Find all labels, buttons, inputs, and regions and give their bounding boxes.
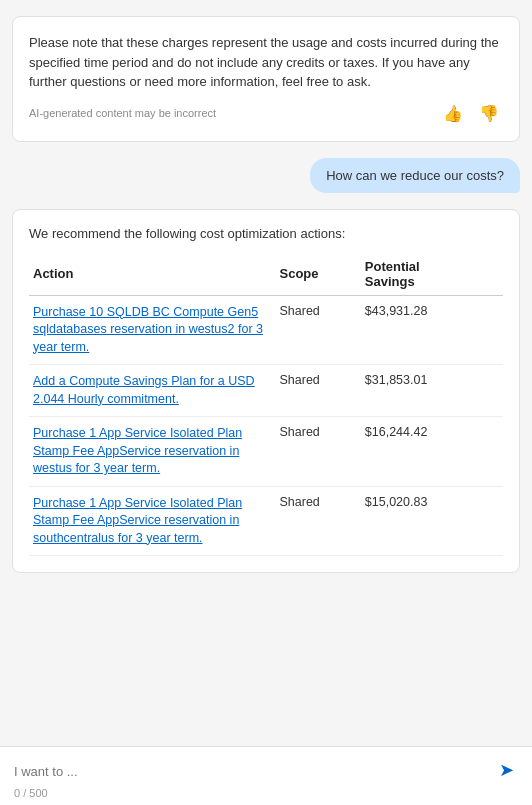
ai-message-2: We recommend the following cost optimiza… [12,209,520,574]
user-message-text: How can we reduce our costs? [326,168,504,183]
send-button[interactable]: ➤ [495,757,518,783]
table-row: Add a Compute Savings Plan for a USD 2.0… [29,365,503,417]
char-count: 0 / 500 [14,783,518,799]
col-header-savings: PotentialSavings [361,253,503,296]
action-link-2[interactable]: Purchase 1 App Service Isolated Plan Sta… [33,425,271,478]
table-cell-scope-0: Shared [275,295,360,365]
table-cell-savings-1: $31,853.01 [361,365,503,417]
col-header-action: Action [29,253,275,296]
table-row: Purchase 1 App Service Isolated Plan Sta… [29,417,503,487]
col-header-scope: Scope [275,253,360,296]
send-icon: ➤ [499,760,514,780]
ai-disclaimer: AI-generated content may be incorrect [29,105,216,122]
table-cell-action-2: Purchase 1 App Service Isolated Plan Sta… [29,417,275,487]
table-row: Purchase 1 App Service Isolated Plan Sta… [29,486,503,556]
input-area: ➤ 0 / 500 [0,746,532,805]
thumbs-down-button[interactable]: 👎 [475,102,503,125]
action-link-0[interactable]: Purchase 10 SQLDB BC Compute Gen5 sqldat… [33,304,271,357]
ai-message-1: Please note that these charges represent… [12,16,520,142]
table-intro-text: We recommend the following cost optimiza… [29,226,503,241]
table-cell-savings-3: $15,020.83 [361,486,503,556]
table-cell-action-1: Add a Compute Savings Plan for a USD 2.0… [29,365,275,417]
chat-container: Please note that these charges represent… [0,0,532,746]
feedback-icons: 👍 👎 [439,102,503,125]
table-cell-scope-2: Shared [275,417,360,487]
action-link-3[interactable]: Purchase 1 App Service Isolated Plan Sta… [33,495,271,548]
action-link-1[interactable]: Add a Compute Savings Plan for a USD 2.0… [33,373,271,408]
table-cell-scope-3: Shared [275,486,360,556]
table-row: Purchase 10 SQLDB BC Compute Gen5 sqldat… [29,295,503,365]
thumbs-down-icon: 👎 [479,105,499,122]
table-cell-scope-1: Shared [275,365,360,417]
col-header-savings-text: PotentialSavings [365,259,420,289]
input-row: ➤ [14,757,518,783]
table-cell-action-0: Purchase 10 SQLDB BC Compute Gen5 sqldat… [29,295,275,365]
table-cell-action-3: Purchase 1 App Service Isolated Plan Sta… [29,486,275,556]
thumbs-up-icon: 👍 [443,105,463,122]
table-header-row: Action Scope PotentialSavings [29,253,503,296]
cost-table: Action Scope PotentialSavings Purchase 1… [29,253,503,557]
chat-input[interactable] [14,760,487,783]
thumbs-up-button[interactable]: 👍 [439,102,467,125]
table-cell-savings-0: $43,931.28 [361,295,503,365]
ai-message-1-text: Please note that these charges represent… [29,33,503,92]
user-message: How can we reduce our costs? [310,158,520,193]
table-cell-savings-2: $16,244.42 [361,417,503,487]
